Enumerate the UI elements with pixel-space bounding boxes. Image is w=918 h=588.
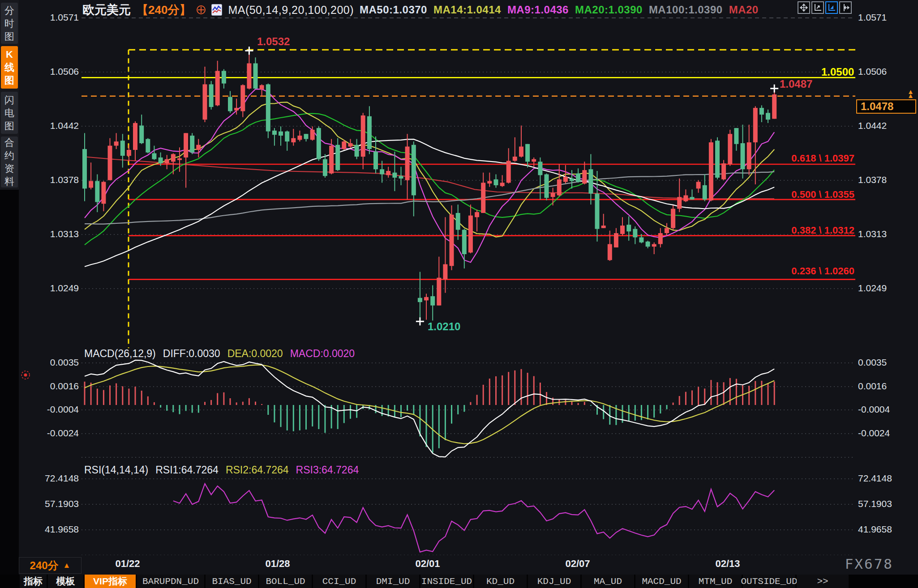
scale-button-pan[interactable] — [798, 1, 810, 14]
candle-body — [506, 161, 511, 183]
macd-axis-label-left: 0.0035 — [27, 357, 79, 368]
price-axis-label-left: 1.0571 — [27, 12, 79, 23]
macd-bar — [666, 405, 668, 409]
sidebar-tab-char: 约 — [1, 149, 18, 162]
candle-body — [570, 179, 574, 181]
macd-bar — [698, 387, 699, 405]
watermark: FX678 — [845, 556, 893, 572]
candle-body — [279, 132, 283, 136]
date-axis-label: 02/13 — [715, 558, 740, 570]
macd-bar — [324, 405, 326, 433]
candle-body — [734, 128, 738, 144]
macd-value-label-3: MACD:0.0020 — [290, 348, 355, 360]
candle-body — [120, 141, 125, 156]
toolbar-tab-11[interactable]: KDJ_UD — [528, 575, 580, 588]
candle-body — [658, 233, 663, 244]
toolbar-tab-9[interactable]: INSIDE_UD — [420, 575, 473, 588]
macd-bar — [204, 402, 206, 405]
macd-bar — [230, 398, 231, 405]
candle-body — [588, 169, 593, 194]
candle-body — [380, 169, 384, 174]
candle-body — [260, 85, 264, 89]
sidebar-tab-4[interactable]: 合约资料 — [1, 136, 18, 187]
candle-body — [671, 209, 675, 228]
toolbar-tab-15[interactable]: OUTSIDE_UD — [743, 575, 795, 588]
price-axis-label-left: 1.0249 — [27, 283, 79, 294]
symbol-name: 欧元美元 — [82, 2, 131, 18]
price-axis-label-right: 1.0571 — [858, 12, 887, 23]
candle-body — [646, 242, 650, 247]
toolbar-tab-8[interactable]: DMI_UD — [367, 575, 419, 588]
candle-body — [696, 182, 701, 188]
anchor-cross-marker — [770, 85, 778, 93]
macd-bar — [451, 405, 452, 424]
macd-bar — [280, 405, 282, 427]
toolbar-tab-5[interactable]: BIAS_UD — [206, 575, 258, 588]
chart-title-row: 欧元美元 【240分】 MA(50,14,9,20,100,200) MA50:… — [82, 3, 759, 17]
candle-body — [392, 173, 397, 178]
date-axis-label: 02/07 — [565, 558, 590, 570]
toolbar-tab-4[interactable]: BARUPDN_UD — [137, 575, 204, 588]
scale-button-scale-up[interactable] — [811, 1, 824, 14]
price-axis-label-left: 1.0378 — [27, 175, 79, 185]
macd-bar — [122, 386, 123, 405]
candle-body — [418, 298, 422, 302]
macd-bar — [179, 405, 180, 414]
candle-body — [753, 108, 758, 142]
candle-body — [412, 145, 416, 196]
candle-body — [563, 177, 568, 182]
toolbar-tab-13[interactable]: MACD_UD — [635, 575, 688, 588]
toolbar-tab-6[interactable]: BOLL_UD — [259, 575, 312, 588]
ma-params-label: MA(50,14,9,20,100,200) — [228, 4, 354, 17]
indicator-toolbar: 指标模板VIP指标BARUPDN_UDBIAS_UDBOLL_UDCCI_UDD… — [0, 575, 918, 588]
macd-bar — [407, 405, 408, 411]
chart-type-icon[interactable] — [211, 4, 222, 16]
toolbar-tab-10[interactable]: KD_UD — [474, 575, 527, 588]
ma-legend-item-3: MA9:1.0436 — [507, 4, 569, 16]
indicator-marker-icon[interactable] — [21, 370, 30, 380]
sidebar-tab-1[interactable]: 分时图 — [1, 3, 18, 44]
candle-body — [317, 128, 321, 159]
candle-body — [152, 153, 156, 159]
candle-body — [329, 146, 334, 174]
toolbar-tab-14[interactable]: MTM_UD — [689, 575, 742, 588]
macd-diff-line — [85, 360, 774, 457]
macd-bar — [236, 402, 237, 405]
candle-body — [450, 215, 454, 266]
rsi-axis-label-left: 41.9658 — [27, 524, 79, 535]
sidebar-tab-3[interactable]: 闪电图 — [1, 92, 18, 134]
toolbar-tab-7[interactable]: CCI_UD — [313, 575, 365, 588]
toolbar-tab-2[interactable]: 模板 — [48, 575, 83, 588]
candle-body — [519, 147, 523, 157]
macd-bar — [350, 405, 351, 419]
macd-bar — [318, 405, 319, 429]
period-selector[interactable]: 240分 ▲ — [19, 557, 82, 574]
toolbar-tab-16[interactable]: >> — [797, 575, 849, 588]
candle-body — [437, 278, 441, 306]
candle-body — [443, 264, 447, 280]
candle-body — [291, 138, 296, 142]
macd-bar — [90, 383, 92, 405]
macd-bar — [768, 383, 769, 405]
ma-legend: MA50:1.0370MA14:1.0414MA9:1.0436MA20:1.0… — [360, 4, 759, 16]
macd-bar — [476, 395, 478, 405]
macd-bar — [736, 379, 737, 405]
toolbar-tab-1[interactable]: 指标 — [20, 575, 47, 588]
candle-body — [348, 143, 353, 147]
toolbar-tab-3[interactable]: VIP指标 — [85, 575, 136, 588]
macd-bar — [337, 405, 339, 429]
rsi-axis-label-right: 41.9658 — [858, 524, 892, 535]
toolbar-tab-12[interactable]: MA_UD — [582, 575, 634, 588]
macd-bar — [774, 382, 775, 405]
candle-wick — [116, 133, 117, 149]
scale-button-scale-x[interactable] — [839, 1, 852, 14]
scale-button-scale-auto[interactable] — [825, 1, 838, 14]
candle-body — [576, 174, 580, 182]
rsi-axis-label-left: 72.4148 — [27, 473, 79, 484]
macd-bar — [242, 402, 244, 405]
candle-body — [304, 134, 309, 139]
candle-body — [475, 212, 479, 217]
target-icon[interactable] — [197, 5, 206, 14]
sidebar-tab-2[interactable]: K线图 — [1, 46, 18, 89]
macd-axis-label-right: 0.0035 — [858, 357, 887, 368]
